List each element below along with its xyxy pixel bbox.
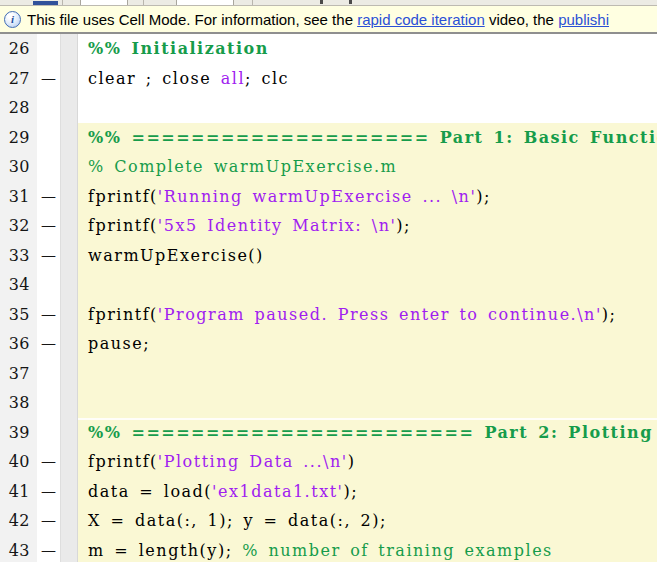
toolbar-button-glyph[interactable] <box>320 0 323 4</box>
code-line: 43—m = length(y); % number of training e… <box>0 536 657 562</box>
code-segment-code: ); <box>343 482 358 501</box>
gutter-strip <box>60 123 78 153</box>
code-text[interactable]: fprintf('Program paused. Press enter to … <box>78 300 657 330</box>
code-line: 26%% Initialization <box>0 34 657 64</box>
code-segment-code: ); <box>396 216 411 235</box>
code-line: 40—fprintf('Plotting Data ...\n') <box>0 447 657 477</box>
code-text[interactable]: fprintf('5x5 Identity Matrix: \n'); <box>78 211 657 241</box>
code-segment-code: fprintf( <box>88 452 158 471</box>
code-line: 31—fprintf('Running warmUpExercise ... \… <box>0 182 657 212</box>
breakpoint-column[interactable] <box>37 388 60 418</box>
code-text[interactable]: X = data(:, 1); y = data(:, 2); <box>78 506 657 536</box>
line-number: 37 <box>0 359 37 389</box>
gutter-strip <box>60 93 78 123</box>
gutter-strip <box>60 34 78 64</box>
gutter-strip <box>60 418 78 448</box>
code-segment-code: fprintf( <box>88 187 158 206</box>
code-segment-comment: % number of training examples <box>242 541 553 560</box>
gutter-strip <box>60 477 78 507</box>
breakpoint-column[interactable]: — <box>37 329 60 359</box>
code-segment-string: 'Program paused. Press enter to continue… <box>158 305 602 324</box>
code-segment-string: 'Running warmUpExercise ... \n' <box>158 187 477 206</box>
code-segment-code: data = load( <box>88 482 212 501</box>
breakpoint-column[interactable]: — <box>37 211 60 241</box>
line-number: 31 <box>0 182 37 212</box>
breakpoint-column[interactable]: — <box>37 241 60 271</box>
gutter-strip <box>60 182 78 212</box>
editor: 26%% Initialization27—clear ; close all;… <box>0 34 657 562</box>
breakpoint-column[interactable] <box>37 123 60 153</box>
code-segment-code: ; clc <box>245 69 289 88</box>
code-text[interactable]: %% ==================== Part 1: Basic Fu… <box>78 123 657 153</box>
code-segment-comment-bold: %% ==================== Part 1: Basic Fu… <box>88 128 657 147</box>
gutter-strip <box>60 300 78 330</box>
code-text[interactable] <box>78 93 657 123</box>
line-number: 43 <box>0 536 37 562</box>
line-number: 27 <box>0 64 37 94</box>
gutter-strip <box>60 329 78 359</box>
line-number: 38 <box>0 388 37 418</box>
code-segment-string: 'ex1data1.txt' <box>212 482 343 501</box>
code-text[interactable]: pause; <box>78 329 657 359</box>
breakpoint-column[interactable] <box>37 270 60 300</box>
code-text[interactable] <box>78 270 657 300</box>
breakpoint-column[interactable] <box>37 93 60 123</box>
gutter-strip <box>60 64 78 94</box>
gutter-strip <box>60 241 78 271</box>
breakpoint-column[interactable]: — <box>37 477 60 507</box>
line-number: 32 <box>0 211 37 241</box>
code-text[interactable]: %% Initialization <box>78 34 657 64</box>
code-text[interactable]: fprintf('Running warmUpExercise ... \n')… <box>78 182 657 212</box>
line-number: 35 <box>0 300 37 330</box>
code-line: 27—clear ; close all; clc <box>0 64 657 94</box>
code-segment-code: fprintf( <box>88 216 158 235</box>
code-text[interactable]: data = load('ex1data1.txt'); <box>78 477 657 507</box>
code-line: 42—X = data(:, 1); y = data(:, 2); <box>0 506 657 536</box>
rapid-code-iteration-link[interactable]: rapid code iteration <box>357 11 485 28</box>
breakpoint-column[interactable] <box>37 418 60 448</box>
breakpoint-column[interactable] <box>37 359 60 389</box>
code-segment-code: warmUpExercise() <box>88 246 264 265</box>
breakpoint-column[interactable] <box>37 152 60 182</box>
code-line: 34 <box>0 270 657 300</box>
code-segment-code: ); <box>602 305 617 324</box>
code-text[interactable]: clear ; close all; clc <box>78 64 657 94</box>
breakpoint-column[interactable]: — <box>37 300 60 330</box>
code-text[interactable]: % Complete warmUpExercise.m <box>78 152 657 182</box>
code-text[interactable] <box>78 388 657 418</box>
line-number: 39 <box>0 418 37 448</box>
code-segment-code: m = length(y); <box>88 541 242 560</box>
code-line: 30% Complete warmUpExercise.m <box>0 152 657 182</box>
code-segment-comment-bold: %% Initialization <box>88 39 269 58</box>
line-number: 34 <box>0 270 37 300</box>
code-segment-string: all <box>221 69 245 88</box>
code-text[interactable]: m = length(y); % number of training exam… <box>78 536 657 562</box>
gutter-strip <box>60 536 78 562</box>
toolbar-button-glyph[interactable] <box>349 0 352 4</box>
matlab-editor-window: iThis file uses Cell Mode. For informati… <box>0 0 657 562</box>
code-text[interactable]: %% ======================= Part 2: Plott… <box>78 418 657 448</box>
line-number: 26 <box>0 34 37 64</box>
code-text[interactable] <box>78 359 657 389</box>
code-line: 39%% ======================= Part 2: Plo… <box>0 418 657 448</box>
code-line: 37 <box>0 359 657 389</box>
code-text[interactable]: warmUpExercise() <box>78 241 657 271</box>
breakpoint-column[interactable]: — <box>37 506 60 536</box>
breakpoint-column[interactable] <box>37 34 60 64</box>
code-segment-code: ) <box>348 452 356 471</box>
code-text[interactable]: fprintf('Plotting Data ...\n') <box>78 447 657 477</box>
publishing-link[interactable]: publishi <box>558 11 609 28</box>
line-number: 28 <box>0 93 37 123</box>
breakpoint-column[interactable]: — <box>37 447 60 477</box>
breakpoint-column[interactable]: — <box>37 182 60 212</box>
info-icon: i <box>4 11 21 28</box>
code-segment-code: clear ; close <box>88 69 221 88</box>
breakpoint-column[interactable]: — <box>37 536 60 562</box>
breakpoint-column[interactable]: — <box>37 64 60 94</box>
code-segment-comment-bold: %% ======================= Part 2: Plott… <box>88 423 657 442</box>
gutter-strip <box>60 506 78 536</box>
line-number: 36 <box>0 329 37 359</box>
code-line: 29%% ==================== Part 1: Basic … <box>0 123 657 153</box>
code-segment-code: ); <box>476 187 491 206</box>
line-number: 33 <box>0 241 37 271</box>
